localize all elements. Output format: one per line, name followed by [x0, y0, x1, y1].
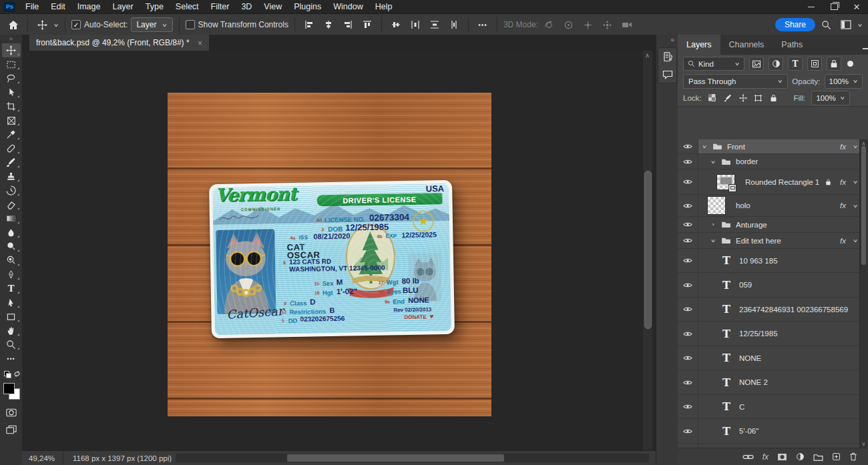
filter-type-layers-button[interactable]: T — [788, 57, 803, 71]
layer-row-text[interactable]: TC — [678, 395, 868, 419]
gradient-tool[interactable] — [2, 211, 21, 225]
zoom-level-field[interactable]: 49,24% — [22, 454, 63, 462]
filter-pixel-layers-button[interactable] — [749, 57, 764, 71]
crop-tool[interactable] — [2, 99, 21, 113]
hand-tool[interactable] — [2, 324, 21, 338]
object-selection-tool[interactable] — [2, 85, 21, 99]
3d-slide-button[interactable] — [600, 17, 616, 33]
minimize-button[interactable] — [800, 0, 823, 13]
filter-shape-layers-button[interactable] — [807, 57, 822, 71]
fx-expand-icon[interactable]: ∨ — [852, 203, 859, 208]
vertical-scroll-thumb[interactable] — [644, 171, 652, 329]
tab-paths[interactable]: Paths — [773, 35, 811, 55]
add-adjustment-icon[interactable] — [796, 452, 805, 461]
menu-filter[interactable]: Filter — [205, 1, 236, 13]
move-tool[interactable] — [2, 43, 21, 57]
layer-row-text[interactable]: TNONE 2 — [678, 370, 868, 395]
eraser-tool[interactable] — [2, 197, 21, 211]
3d-drag-button[interactable] — [580, 17, 596, 33]
history-brush-tool[interactable] — [2, 183, 21, 197]
close-tab-icon[interactable]: × — [198, 38, 203, 48]
document-info[interactable]: 1168 px x 1397 px (1200 ppi) — [63, 454, 181, 462]
lock-all-button[interactable] — [769, 93, 779, 103]
visibility-toggle[interactable] — [678, 322, 698, 346]
align-top-button[interactable] — [359, 17, 375, 33]
menu-window[interactable]: Window — [327, 1, 369, 13]
fill-field[interactable]: 100% ∨ — [811, 91, 849, 105]
menu-plugins[interactable]: Plugins — [288, 1, 327, 13]
lock-artboard-button[interactable] — [754, 93, 763, 103]
menu-layer[interactable]: Layer — [106, 1, 139, 13]
visibility-toggle[interactable] — [678, 419, 698, 443]
menu-file[interactable]: File — [19, 1, 45, 13]
menu-image[interactable]: Image — [71, 1, 107, 13]
menu-view[interactable]: View — [258, 1, 288, 13]
visibility-toggle[interactable] — [678, 346, 698, 370]
clone-stamp-tool[interactable] — [2, 169, 21, 183]
layer-row-text[interactable]: TNONE — [678, 346, 868, 370]
document-tab[interactable]: front&back.psd @ 49,2% (Front, RGB/8#) *… — [29, 35, 209, 51]
layer-row-text[interactable]: T059 — [678, 273, 868, 298]
default-colors-widget[interactable] — [3, 371, 20, 379]
dock-collapse-icon[interactable]: « — [656, 35, 678, 45]
tab-layers[interactable]: Layers — [678, 35, 720, 55]
blend-mode-dropdown[interactable]: Pass Through ∨ — [683, 74, 788, 89]
history-panel-icon[interactable] — [662, 51, 673, 62]
fx-badge[interactable]: fx — [840, 143, 846, 151]
show-transform-checkbox[interactable] — [186, 20, 195, 29]
frame-tool[interactable] — [2, 113, 21, 127]
chevron-down-icon[interactable]: ∨ — [53, 23, 59, 27]
quick-mask-button[interactable] — [2, 406, 21, 420]
new-layer-icon[interactable] — [832, 452, 841, 461]
menu-3d[interactable]: 3D — [235, 1, 258, 13]
align-right-button[interactable] — [340, 17, 356, 33]
new-group-icon[interactable] — [813, 453, 823, 461]
layer-row-text[interactable]: T12/25/1985 — [678, 322, 868, 346]
rectangle-tool[interactable] — [2, 310, 21, 324]
horizontal-scroll-thumb[interactable] — [287, 454, 504, 462]
scroll-down-icon[interactable]: ∨ — [860, 441, 867, 447]
filter-toggle-icon[interactable] — [847, 61, 853, 67]
visibility-toggle[interactable] — [678, 169, 698, 194]
canvas-image[interactable]: Vermont COMMISSIONER USA DRIVER'S LICENS… — [168, 93, 491, 416]
brush-tool[interactable] — [2, 155, 21, 169]
color-swatches[interactable] — [3, 383, 20, 400]
fx-expand-icon[interactable]: ∨ — [852, 144, 859, 149]
workspace-button[interactable] — [838, 17, 854, 33]
align-middle-v-button[interactable] — [388, 17, 404, 33]
collapsed-chevron-icon[interactable]: › — [710, 222, 716, 227]
visibility-toggle[interactable] — [678, 233, 698, 248]
fx-badge[interactable]: fx — [840, 201, 846, 209]
lock-position-button[interactable] — [738, 93, 748, 103]
lock-transparency-button[interactable] — [708, 93, 717, 103]
visibility-toggle[interactable] — [678, 217, 698, 232]
layer-row-border[interactable]: ∨ border — [678, 154, 868, 169]
visibility-toggle[interactable] — [678, 139, 698, 153]
healing-brush-tool[interactable] — [2, 141, 21, 155]
expand-chevron-icon[interactable]: ∨ — [701, 144, 708, 149]
smudge-tool[interactable] — [2, 254, 21, 268]
menu-help[interactable]: Help — [369, 1, 399, 13]
filter-adjustment-layers-button[interactable] — [769, 57, 783, 71]
fx-badge[interactable]: fx — [840, 178, 846, 186]
visibility-toggle[interactable] — [678, 298, 698, 321]
layer-row-rounded-rectangle[interactable]: Rounded Rectangle 1 copy fx ∨ — [678, 169, 868, 195]
auto-select-target-dropdown[interactable]: Layer ∨ — [131, 17, 172, 32]
eyedropper-tool[interactable] — [2, 127, 21, 141]
canvas-vertical-scrollbar[interactable]: ∧ — [642, 51, 652, 451]
visibility-toggle[interactable] — [678, 195, 698, 216]
home-button[interactable] — [5, 17, 21, 33]
filter-smart-objects-button[interactable] — [827, 57, 841, 71]
canvas-horizontal-scrollbar[interactable] — [176, 454, 649, 462]
pasteboard[interactable]: Vermont COMMISSIONER USA DRIVER'S LICENS… — [22, 51, 656, 451]
layers-scroll-thumb[interactable] — [861, 146, 866, 265]
menu-type[interactable]: Type — [140, 1, 170, 13]
search-button[interactable] — [819, 17, 835, 33]
delete-layer-icon[interactable] — [849, 452, 857, 461]
visibility-toggle[interactable] — [678, 154, 698, 169]
opacity-field[interactable]: 100% ∨ — [825, 74, 863, 89]
expand-chevron-icon[interactable]: ∨ — [710, 238, 716, 244]
align-left-button[interactable] — [301, 17, 317, 33]
move-tool-preset[interactable] — [34, 17, 50, 33]
layer-row-text[interactable]: T5'-06" — [678, 419, 868, 444]
